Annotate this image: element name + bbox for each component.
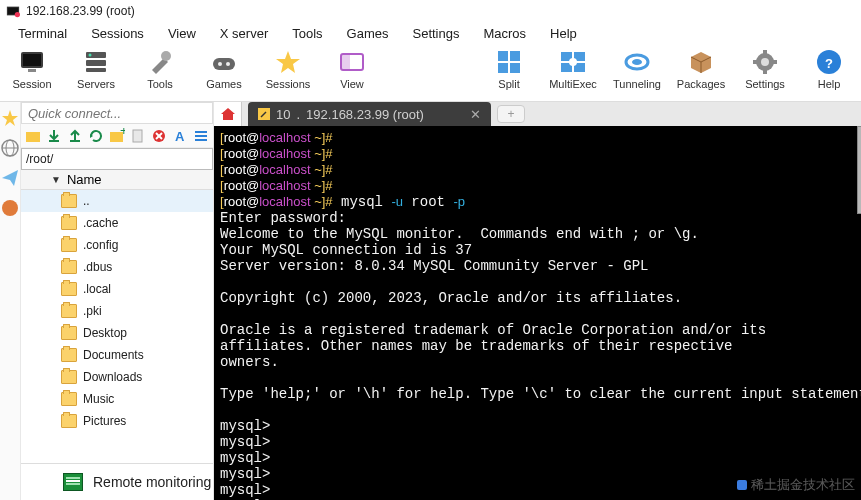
- toolbar-games[interactable]: Games: [198, 46, 250, 90]
- tree-item[interactable]: Documents: [21, 344, 213, 366]
- app-icon: [6, 4, 20, 18]
- package-icon: [687, 48, 715, 76]
- tree-item[interactable]: Pictures: [21, 410, 213, 432]
- folder-icon: [61, 414, 77, 428]
- text-icon[interactable]: A: [172, 128, 188, 144]
- svg-point-9: [89, 54, 92, 57]
- svg-rect-20: [510, 63, 520, 73]
- new-folder-icon[interactable]: +: [109, 128, 125, 144]
- tab-home[interactable]: [214, 102, 242, 126]
- new-tab-button[interactable]: +: [497, 105, 525, 123]
- menu-macros[interactable]: Macros: [471, 24, 538, 43]
- toolbar-packages[interactable]: Packages: [675, 46, 727, 90]
- svg-rect-18: [510, 51, 520, 61]
- svg-marker-36: [2, 110, 18, 126]
- menu-xserver[interactable]: X server: [208, 24, 280, 43]
- sftp-panel: + A ▼Name .. .cache .config .dbus .local…: [21, 102, 214, 500]
- new-file-icon[interactable]: [130, 128, 146, 144]
- svg-point-13: [226, 62, 230, 66]
- file-tree[interactable]: .. .cache .config .dbus .local .pki Desk…: [21, 190, 213, 464]
- download-icon[interactable]: [46, 128, 62, 144]
- split-icon: [495, 48, 523, 76]
- home-icon: [220, 107, 236, 121]
- tools-icon: [146, 48, 174, 76]
- toolbar-multiexec[interactable]: MultiExec: [547, 46, 599, 90]
- svg-point-12: [218, 62, 222, 66]
- tree-item[interactable]: .config: [21, 234, 213, 256]
- toolbar-view[interactable]: View: [326, 46, 378, 90]
- toolbar-tools[interactable]: Tools: [134, 46, 186, 90]
- globe-icon[interactable]: [0, 138, 20, 158]
- tree-item[interactable]: Downloads: [21, 366, 213, 388]
- svg-point-2: [15, 12, 20, 17]
- path-input[interactable]: [21, 148, 213, 170]
- terminal-panel: 10.192.168.23.99 (root) ✕ + [root@localh…: [214, 102, 861, 500]
- folder-icon[interactable]: [25, 128, 41, 144]
- toolbar-sessions[interactable]: Sessions: [262, 46, 314, 90]
- tunnel-icon: [623, 48, 651, 76]
- svg-point-40: [2, 200, 18, 216]
- menu-tools[interactable]: Tools: [280, 24, 334, 43]
- wrench-icon: [258, 108, 270, 120]
- svg-rect-54: [195, 139, 207, 141]
- collapse-icon[interactable]: ▼: [51, 174, 61, 185]
- svg-rect-17: [498, 51, 508, 61]
- svg-rect-8: [86, 68, 106, 72]
- gear-icon: [751, 48, 779, 76]
- list-icon[interactable]: [193, 128, 209, 144]
- refresh-icon[interactable]: [88, 128, 104, 144]
- tab-bar: 10.192.168.23.99 (root) ✕ +: [214, 102, 861, 126]
- tree-item[interactable]: Desktop: [21, 322, 213, 344]
- help-icon: ?: [815, 48, 843, 76]
- tree-item[interactable]: Music: [21, 388, 213, 410]
- tab-active[interactable]: 10.192.168.23.99 (root) ✕: [248, 102, 491, 126]
- svg-point-10: [161, 51, 171, 61]
- toolbar-help[interactable]: ?Help: [803, 46, 855, 90]
- tree-header[interactable]: ▼Name: [21, 170, 213, 190]
- quick-connect-input[interactable]: [21, 102, 213, 124]
- svg-marker-55: [221, 108, 235, 120]
- menu-settings[interactable]: Settings: [401, 24, 472, 43]
- games-icon: [210, 48, 238, 76]
- circle-icon[interactable]: [0, 198, 20, 218]
- delete-icon[interactable]: [151, 128, 167, 144]
- terminal-scrollbar[interactable]: [857, 126, 861, 214]
- window-title: 192.168.23.99 (root): [26, 4, 135, 18]
- menu-help[interactable]: Help: [538, 24, 589, 43]
- send-icon[interactable]: [0, 168, 20, 188]
- remote-monitoring[interactable]: Remote monitoring: [21, 464, 213, 500]
- folder-icon: [61, 260, 77, 274]
- toolbar-split[interactable]: Split: [483, 46, 535, 90]
- svg-rect-19: [498, 63, 508, 73]
- star-icon[interactable]: [0, 108, 20, 128]
- folder-icon: [61, 238, 77, 252]
- menu-sessions[interactable]: Sessions: [79, 24, 156, 43]
- tree-item[interactable]: .dbus: [21, 256, 213, 278]
- terminal[interactable]: [root@localhost ~]# [root@localhost ~]# …: [214, 126, 861, 500]
- upload-icon[interactable]: [67, 128, 83, 144]
- close-icon[interactable]: ✕: [470, 107, 481, 122]
- svg-rect-5: [28, 69, 36, 72]
- toolbar-settings[interactable]: Settings: [739, 46, 791, 90]
- watermark: 稀土掘金技术社区: [737, 476, 855, 494]
- folder-icon: [61, 304, 77, 318]
- tree-item[interactable]: .cache: [21, 212, 213, 234]
- toolbar-servers[interactable]: Servers: [70, 46, 122, 90]
- svg-text:?: ?: [825, 56, 833, 71]
- menu-terminal[interactable]: Terminal: [6, 24, 79, 43]
- menu-view[interactable]: View: [156, 24, 208, 43]
- tree-item[interactable]: .pki: [21, 300, 213, 322]
- tree-item[interactable]: .local: [21, 278, 213, 300]
- svg-point-27: [632, 59, 642, 65]
- view-icon: [338, 48, 366, 76]
- toolbar-tunneling[interactable]: Tunneling: [611, 46, 663, 90]
- sidebar-strip: [0, 102, 21, 500]
- menu-games[interactable]: Games: [335, 24, 401, 43]
- svg-rect-33: [772, 60, 777, 64]
- svg-rect-30: [763, 50, 767, 55]
- tree-item-parent[interactable]: ..: [21, 190, 213, 212]
- monitor-icon: [18, 48, 46, 76]
- folder-icon: [61, 348, 77, 362]
- toolbar-session[interactable]: Session: [6, 46, 58, 90]
- svg-rect-52: [195, 131, 207, 133]
